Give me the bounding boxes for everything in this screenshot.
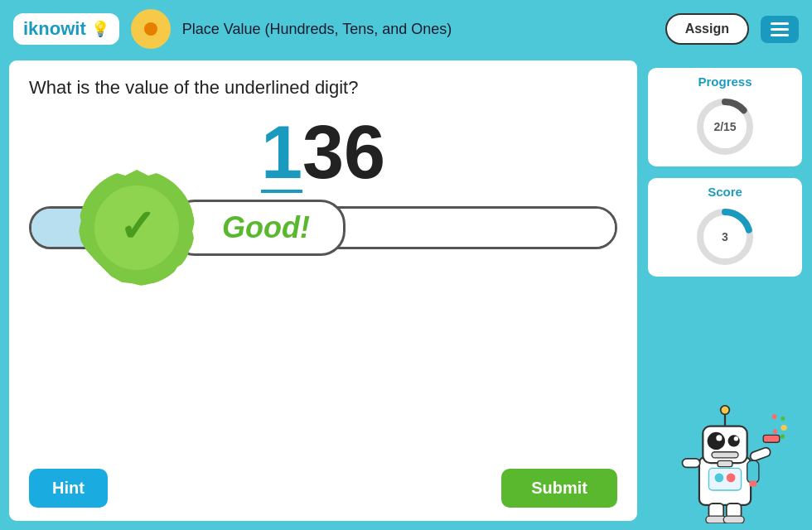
svg-point-21 xyxy=(776,418,780,422)
menu-line-1 xyxy=(771,22,789,25)
lesson-icon-inner xyxy=(144,22,157,36)
svg-rect-24 xyxy=(771,414,777,420)
app-header: iknowit 💡 Place Value (Hundreds, Tens, a… xyxy=(0,0,812,58)
svg-rect-25 xyxy=(781,416,785,420)
svg-point-20 xyxy=(781,425,787,431)
menu-button[interactable] xyxy=(761,16,799,43)
mascot-area xyxy=(646,287,804,523)
svg-rect-14 xyxy=(708,468,741,490)
mascot-robot-svg xyxy=(659,391,791,523)
svg-rect-10 xyxy=(712,452,738,458)
badge-circle: ✓ xyxy=(79,170,195,286)
logo-text: iknowit xyxy=(23,18,86,40)
badge-inner: ✓ xyxy=(91,182,182,273)
svg-point-7 xyxy=(716,435,722,441)
svg-point-16 xyxy=(727,474,736,483)
svg-rect-29 xyxy=(723,516,744,523)
svg-point-9 xyxy=(734,436,738,441)
lesson-icon xyxy=(131,9,171,49)
svg-point-23 xyxy=(781,434,785,438)
logo: iknowit 💡 xyxy=(13,13,119,45)
score-ring: 3 xyxy=(692,204,758,270)
menu-line-3 xyxy=(771,34,789,36)
svg-rect-13 xyxy=(718,460,732,466)
score-label: Score xyxy=(708,185,742,199)
hint-button[interactable]: Hint xyxy=(29,469,108,508)
svg-point-22 xyxy=(773,429,777,433)
svg-rect-31 xyxy=(749,480,756,486)
checkmark-icon: ✓ xyxy=(118,204,156,248)
bottom-bar: Hint Submit xyxy=(29,460,617,508)
svg-rect-30 xyxy=(747,460,759,483)
svg-point-12 xyxy=(721,406,730,415)
progress-label: Progress xyxy=(698,75,752,89)
bulb-icon: 💡 xyxy=(91,20,109,38)
answer-area: ✓ Good! xyxy=(29,206,617,249)
progress-value: 2/15 xyxy=(713,120,736,133)
lesson-title: Place Value (Hundreds, Tens, and Ones) xyxy=(182,21,654,38)
svg-point-6 xyxy=(708,432,725,450)
progress-section: Progress 2/15 xyxy=(646,66,804,168)
question-text: What is the value of the underlined digi… xyxy=(29,77,617,99)
good-text: Good! xyxy=(222,210,310,244)
submit-button[interactable]: Submit xyxy=(501,469,617,508)
svg-rect-19 xyxy=(763,435,780,442)
score-section: Score 3 xyxy=(646,176,804,278)
svg-rect-18 xyxy=(749,446,771,462)
progress-ring: 2/15 xyxy=(692,94,758,160)
feedback-overlay: ✓ Good! xyxy=(79,170,346,286)
main-layout: What is the value of the underlined digi… xyxy=(0,58,812,530)
score-value: 3 xyxy=(722,230,728,243)
svg-point-15 xyxy=(715,474,724,483)
svg-rect-17 xyxy=(682,459,699,468)
assign-button[interactable]: Assign xyxy=(665,13,749,45)
right-panel: Progress 2/15 Score 3 xyxy=(646,58,812,530)
svg-point-8 xyxy=(728,435,740,446)
good-text-box: Good! xyxy=(170,200,346,256)
menu-line-2 xyxy=(771,28,789,31)
question-panel: What is the value of the underlined digi… xyxy=(7,58,640,523)
